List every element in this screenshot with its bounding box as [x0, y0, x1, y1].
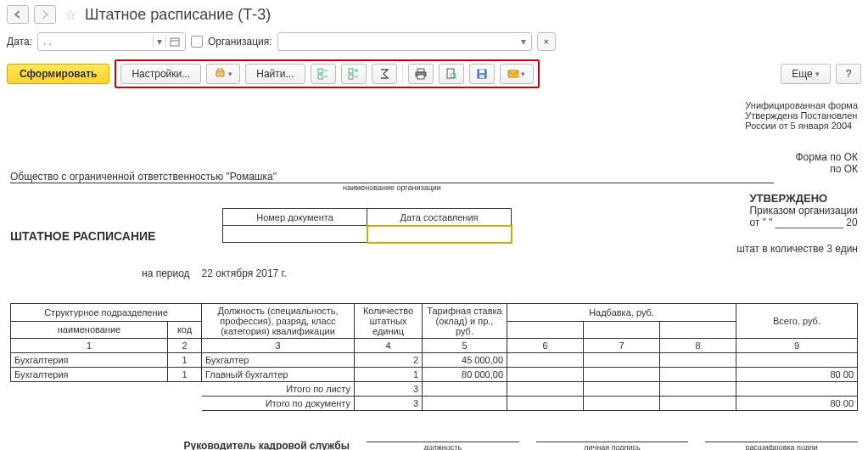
- svg-rect-3: [218, 69, 222, 71]
- page-title: Штатное расписание (Т-3): [85, 6, 271, 24]
- doc-number-cell[interactable]: [223, 226, 367, 243]
- period-value: 22 октября 2017 г.: [202, 267, 287, 279]
- generate-button[interactable]: Сформировать: [7, 64, 109, 84]
- svg-rect-6: [349, 69, 353, 73]
- settings-load-button[interactable]: ▾: [206, 64, 240, 84]
- form-codes: Форма по ОК по ОК: [795, 151, 858, 175]
- svg-rect-16: [479, 75, 484, 78]
- toolbar-highlight-frame: Настройки... ▾ Найти... ▾: [115, 59, 539, 88]
- date-label: Дата:: [7, 36, 32, 48]
- org-clear-button[interactable]: ×: [537, 32, 556, 51]
- preview-button[interactable]: [439, 64, 464, 84]
- send-button[interactable]: ▾: [500, 64, 534, 84]
- document-header-table: Номер документа Дата составления: [222, 208, 512, 243]
- form-meta: Унифицированная форма Утверждена Постано…: [745, 100, 858, 131]
- dropdown-icon[interactable]: ▾: [157, 36, 162, 48]
- staff-count: штат в количестве 3 един: [736, 243, 858, 255]
- dropdown-icon[interactable]: ▾: [521, 36, 526, 48]
- find-button[interactable]: Найти...: [245, 64, 305, 84]
- svg-rect-7: [349, 75, 353, 79]
- collapse-groups-button[interactable]: [341, 64, 367, 84]
- org-caption: наименование организации: [10, 183, 774, 192]
- hr-head-label: Руководитель кадровой службы: [10, 440, 350, 450]
- org-checkbox[interactable]: [191, 36, 203, 48]
- document-title: ШТАТНОЕ РАСПИСАНИЕ: [10, 229, 222, 243]
- print-button[interactable]: [408, 64, 434, 84]
- sum-button[interactable]: [372, 64, 397, 84]
- svg-line-13: [455, 77, 456, 79]
- table-total-row: Итого по документу 3 80 00: [11, 397, 858, 411]
- help-button[interactable]: ?: [836, 64, 861, 84]
- save-button[interactable]: [469, 64, 495, 84]
- staffing-table: Структурное подразделение Должность (спе…: [10, 303, 858, 411]
- svg-rect-17: [508, 70, 518, 77]
- approved-block: УТВЕРЖДЕНО Приказом организации от " " _…: [749, 192, 858, 228]
- date-input[interactable]: . . ▾: [37, 32, 186, 51]
- table-row: Бухгалтерия1 Бухгалтер2 45 000,00: [11, 353, 858, 368]
- expand-groups-button[interactable]: [311, 64, 336, 84]
- settings-button[interactable]: Настройки...: [120, 64, 201, 84]
- org-input[interactable]: ▾: [277, 32, 532, 51]
- more-button[interactable]: Еще ▾: [781, 64, 831, 84]
- org-name: Общество с ограниченной ответственностью…: [10, 171, 774, 183]
- table-row: Бухгалтерия1 Главный бухгалтер1 80 000,0…: [11, 368, 858, 382]
- svg-rect-8: [417, 69, 424, 72]
- doc-date-cell[interactable]: [367, 226, 512, 243]
- svg-rect-15: [479, 70, 484, 73]
- table-total-row: Итого по листу 3: [11, 382, 858, 397]
- period-label: на период: [142, 267, 190, 279]
- svg-rect-0: [171, 38, 179, 46]
- svg-rect-10: [417, 75, 424, 79]
- calendar-icon[interactable]: [170, 37, 180, 47]
- favorite-star-icon[interactable]: ☆: [64, 7, 76, 23]
- nav-forward-button[interactable]: [34, 5, 56, 24]
- org-label: Организация:: [208, 36, 272, 48]
- svg-rect-5: [318, 75, 322, 79]
- svg-rect-4: [318, 69, 322, 73]
- nav-back-button[interactable]: [7, 5, 29, 24]
